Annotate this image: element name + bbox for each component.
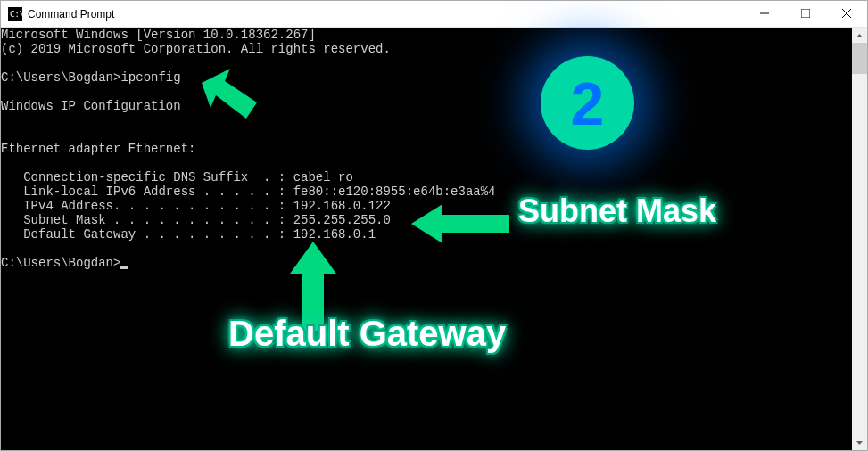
console-output[interactable]: Microsoft Windows [Version 10.0.18362.26…	[1, 28, 852, 450]
scrollbar-track[interactable]	[852, 43, 867, 435]
step-number: 2	[571, 96, 605, 111]
ipv4-line: IPv4 Address. . . . . . . . . . . : 192.…	[1, 199, 391, 213]
adapter-heading: Ethernet adapter Ethernet:	[1, 142, 195, 156]
minimize-icon	[760, 9, 769, 20]
default-gateway-label: Default Gateway	[228, 326, 506, 340]
arrow-subnet	[411, 201, 509, 246]
titlebar[interactable]: C:\ Command Prompt	[1, 1, 867, 28]
maximize-icon	[801, 9, 810, 20]
prompt-2-path: C:\Users\Bogdan>	[1, 256, 120, 270]
dns-suffix-line: Connection-specific DNS Suffix . : cabel…	[1, 170, 353, 184]
command-prompt-icon: C:\	[8, 7, 22, 21]
close-icon	[842, 9, 851, 20]
prompt-1-path: C:\Users\Bogdan>	[1, 70, 120, 85]
subnet-mask-line: Subnet Mask . . . . . . . . . . . : 255.…	[1, 213, 391, 227]
console-area: Microsoft Windows [Version 10.0.18362.26…	[1, 28, 867, 450]
window-title: Command Prompt	[28, 8, 744, 20]
arrow-gateway	[286, 242, 340, 331]
svg-rect-3	[801, 9, 810, 18]
copyright-line: (c) 2019 Microsoft Corporation. All righ…	[1, 42, 391, 56]
svg-marker-6	[202, 69, 257, 119]
step-badge: 2	[541, 56, 634, 150]
svg-marker-8	[290, 242, 336, 331]
svg-text:C:\: C:\	[10, 10, 22, 19]
svg-marker-9	[856, 34, 863, 37]
text-cursor	[120, 266, 128, 269]
scrollbar-thumb[interactable]	[852, 43, 867, 74]
svg-marker-10	[856, 441, 863, 445]
vertical-scrollbar[interactable]	[852, 28, 867, 450]
ipv6-line: Link-local IPv6 Address . . . . . : fe80…	[1, 184, 496, 199]
scroll-up-arrow-icon[interactable]	[852, 28, 867, 43]
subnet-mask-label: Subnet Mask	[518, 204, 716, 218]
scroll-down-arrow-icon[interactable]	[852, 435, 867, 450]
ip-config-heading: Windows IP Configuration	[1, 99, 181, 113]
version-line: Microsoft Windows [Version 10.0.18362.26…	[1, 28, 316, 42]
command-prompt-window: C:\ Command Prompt Microsoft Windows [Ve…	[0, 0, 868, 451]
close-button[interactable]	[826, 1, 867, 28]
maximize-button[interactable]	[785, 1, 826, 28]
prompt-1-command: ipconfig	[120, 70, 180, 85]
window-controls	[744, 1, 867, 28]
svg-marker-7	[411, 204, 509, 243]
arrow-ipconfig	[202, 65, 264, 127]
minimize-button[interactable]	[744, 1, 785, 28]
default-gateway-line: Default Gateway . . . . . . . . . : 192.…	[1, 227, 376, 242]
